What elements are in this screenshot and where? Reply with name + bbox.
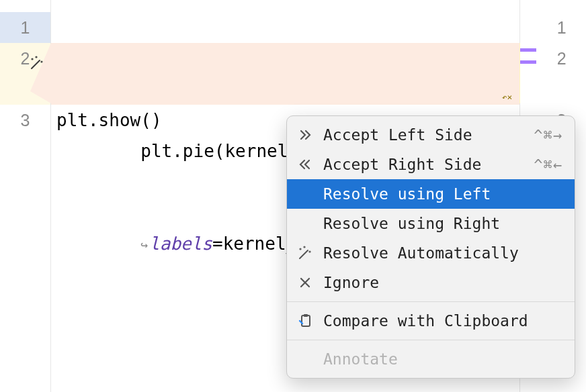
menu-separator xyxy=(287,301,575,302)
menu-label: Accept Left Side xyxy=(323,126,524,144)
chevrons-right-icon xyxy=(296,126,314,144)
code-editor[interactable]: import matplotlib.pyplot as plt plt.pie(… xyxy=(51,0,520,392)
menu-label: Compare with Clipboard xyxy=(323,312,562,330)
gutter-left: 1 2 3 xyxy=(0,0,51,392)
menu-label: Resolve using Left xyxy=(323,185,562,203)
menu-item-annotate: Annotate xyxy=(287,344,575,374)
clipboard-icon xyxy=(296,312,314,330)
menu-item-resolve-left[interactable]: Resolve using Left xyxy=(287,179,575,209)
svg-point-1 xyxy=(36,56,36,57)
svg-point-2 xyxy=(41,61,42,62)
menu-shortcut: ^⌘→ xyxy=(534,127,562,144)
blank-icon xyxy=(296,185,314,203)
line-number: 3 xyxy=(0,105,50,136)
svg-point-0 xyxy=(32,58,32,59)
menu-label: Resolve using Right xyxy=(323,215,562,232)
keyword-arg: labels xyxy=(149,234,212,254)
svg-rect-7 xyxy=(304,314,308,317)
menu-label: Annotate xyxy=(323,350,562,368)
context-menu: Accept Left Side ^⌘→ Accept Right Side ^… xyxy=(286,115,575,379)
magic-wand-icon xyxy=(296,244,314,262)
menu-item-resolve-right[interactable]: Resolve using Right xyxy=(287,209,575,238)
line-number: 1 xyxy=(536,12,586,43)
blank-icon xyxy=(296,350,314,368)
menu-item-resolve-auto[interactable]: Resolve Automatically xyxy=(287,238,575,268)
svg-point-5 xyxy=(309,251,310,252)
undo-marker-icon[interactable]: ↶× xyxy=(502,82,515,95)
continuation-icon: ↪ xyxy=(140,230,148,260)
menu-item-ignore[interactable]: Ignore xyxy=(287,268,575,297)
line-number: 2 xyxy=(536,43,586,74)
menu-label: Accept Right Side xyxy=(323,156,524,173)
menu-item-compare-clipboard[interactable]: Compare with Clipboard xyxy=(287,306,575,336)
svg-point-4 xyxy=(304,246,304,247)
svg-point-3 xyxy=(300,248,300,249)
menu-label: Ignore xyxy=(323,274,562,291)
menu-label: Resolve Automatically xyxy=(323,244,562,262)
line-number-spacer xyxy=(536,74,586,105)
overview-marker xyxy=(520,60,536,64)
menu-item-accept-left[interactable]: Accept Left Side ^⌘→ xyxy=(287,120,575,150)
menu-shortcut: ^⌘← xyxy=(534,156,562,173)
chevrons-left-icon xyxy=(296,156,314,173)
menu-item-accept-right[interactable]: Accept Right Side ^⌘← xyxy=(287,150,575,179)
x-icon xyxy=(296,274,314,291)
svg-rect-6 xyxy=(302,315,310,326)
code-line: import matplotlib.pyplot as plt xyxy=(51,12,519,43)
code-line-conflict: plt.pie(kernel_stats['total_count'], ↪la… xyxy=(51,43,519,105)
line-number: 1 xyxy=(0,12,50,43)
blank-icon xyxy=(296,215,314,232)
menu-separator xyxy=(287,340,575,340)
overview-marker xyxy=(520,48,536,52)
